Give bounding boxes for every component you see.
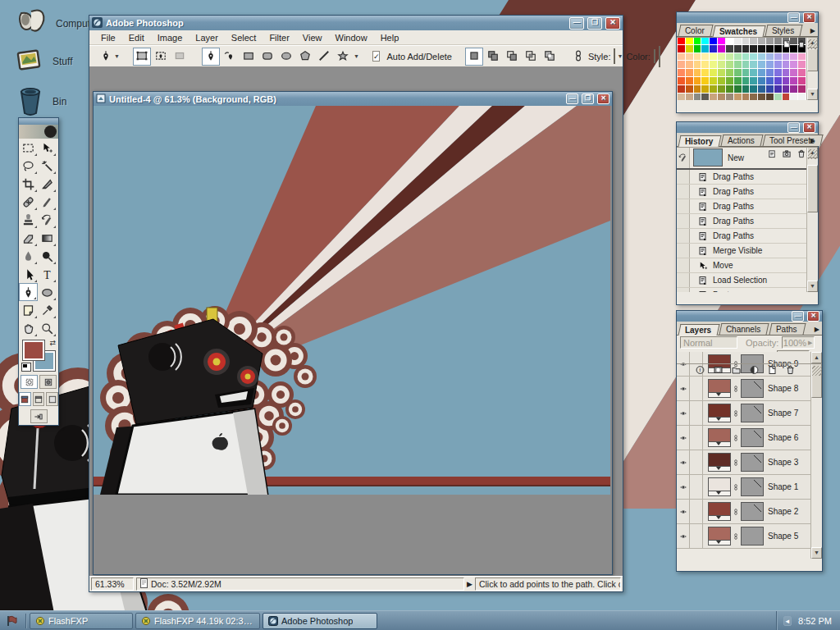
adjustment-layer-button[interactable]: [749, 365, 760, 375]
visibility-toggle[interactable]: [677, 426, 690, 450]
swatch-4-5[interactable]: [718, 69, 726, 77]
delete-layer-button[interactable]: [785, 365, 796, 375]
swatch-5-5[interactable]: [718, 77, 726, 85]
swatch-7-3[interactable]: [701, 94, 710, 100]
swatch-5-8[interactable]: [742, 77, 751, 85]
line-tool-button[interactable]: [315, 48, 333, 66]
swatch-4-15[interactable]: [798, 69, 806, 77]
visibility-toggle[interactable]: [677, 401, 690, 425]
swatch-4-7[interactable]: [734, 69, 742, 77]
auto-add-delete-checkbox[interactable]: ✓: [372, 51, 381, 62]
link-column[interactable]: [690, 401, 703, 425]
hand-tool[interactable]: [19, 319, 38, 337]
menu-window[interactable]: Window: [329, 32, 374, 43]
swatch-6-14[interactable]: [790, 85, 798, 94]
photoshop-titlebar[interactable]: Adobe Photoshop — ❐ ✕: [89, 16, 623, 30]
palette-menu-arrow[interactable]: ▶: [815, 326, 819, 333]
quick-mask-mode-button[interactable]: [39, 375, 57, 389]
swatch-2-3[interactable]: [701, 53, 710, 62]
pen-tool-button[interactable]: [202, 48, 220, 66]
resize-grip[interactable]: [808, 149, 818, 159]
layer-row[interactable]: Shape 1: [677, 475, 811, 500]
taskbar-button-2[interactable]: FlashFXP 44.19k 02:38:...: [135, 613, 260, 629]
opacity-field[interactable]: 100%▶: [782, 336, 815, 349]
swatch-3-15[interactable]: [798, 61, 806, 69]
swatch-5-0[interactable]: [678, 77, 686, 85]
tab-paths[interactable]: Paths: [769, 323, 806, 335]
link-column[interactable]: [690, 475, 703, 499]
history-titlebar[interactable]: — ✕: [677, 122, 818, 133]
history-brush-source-well[interactable]: [677, 199, 690, 213]
swap-colors-icon[interactable]: ⇄: [49, 339, 56, 347]
zoom-level-field[interactable]: 61.33%: [91, 578, 134, 591]
scrollbar[interactable]: ▲ ▼: [806, 147, 818, 292]
tab-channels[interactable]: Channels: [719, 323, 769, 335]
visibility-toggle[interactable]: [677, 450, 690, 474]
swatch-4-4[interactable]: [710, 69, 718, 77]
swatch-3-6[interactable]: [726, 61, 734, 69]
menu-view[interactable]: View: [296, 32, 329, 43]
swatch-3-11[interactable]: [766, 61, 774, 69]
swatch-2-7[interactable]: [734, 53, 742, 62]
resize-grip[interactable]: [808, 39, 818, 49]
link-column[interactable]: [690, 377, 703, 400]
swatch-2-5[interactable]: [718, 53, 726, 62]
style-picker[interactable]: [614, 48, 615, 64]
swatch-3-12[interactable]: [774, 61, 783, 69]
swatch-7-14[interactable]: [790, 94, 798, 100]
swatch-7-2[interactable]: [694, 94, 702, 100]
layer-row[interactable]: Shape 6: [677, 426, 811, 450]
swatch-6-10[interactable]: [758, 85, 766, 94]
swatch-5-3[interactable]: [701, 77, 710, 85]
swatch-3-7[interactable]: [734, 61, 742, 69]
visibility-toggle[interactable]: [677, 500, 690, 523]
history-item[interactable]: Paste: [677, 288, 807, 292]
menu-select[interactable]: Select: [225, 32, 263, 43]
menu-layer[interactable]: Layer: [189, 32, 225, 43]
brush-tool[interactable]: [38, 193, 57, 211]
swatch-2-12[interactable]: [774, 53, 783, 62]
history-brush-tool[interactable]: [38, 211, 57, 229]
swatch-3-3[interactable]: [701, 61, 710, 69]
swatch-3-1[interactable]: [686, 61, 694, 69]
swatch-2-2[interactable]: [694, 53, 702, 62]
rectangular-marquee-tool[interactable]: [19, 139, 38, 157]
visibility-toggle[interactable]: [677, 475, 690, 499]
desktop-icon-computer[interactable]: Computer: [15, 7, 99, 41]
visibility-toggle[interactable]: [677, 377, 690, 400]
swatch-6-15[interactable]: [798, 85, 806, 94]
doc-close-button[interactable]: ✕: [597, 94, 609, 104]
pen-tool[interactable]: [19, 283, 38, 301]
swatch-4-11[interactable]: [766, 69, 774, 77]
history-item[interactable]: Drag Paths: [677, 199, 807, 214]
swatch-5-11[interactable]: [766, 77, 774, 85]
shape-color-swatch[interactable]: [654, 49, 655, 63]
close-button[interactable]: ✕: [803, 12, 815, 23]
history-item[interactable]: Merge Visible: [677, 244, 807, 258]
start-button[interactable]: [7, 615, 18, 627]
new-layer-button[interactable]: [767, 365, 778, 375]
toolbox-titlebar[interactable]: [19, 118, 58, 125]
close-button[interactable]: ✕: [605, 17, 620, 30]
history-brush-source-well[interactable]: [677, 185, 690, 199]
minimize-button[interactable]: —: [792, 311, 804, 322]
new-snapshot-button[interactable]: [782, 149, 792, 158]
swatch-7-5[interactable]: [718, 94, 726, 100]
swatch-3-14[interactable]: [790, 61, 798, 69]
history-brush-source-well[interactable]: [677, 170, 690, 184]
swatch-5-1[interactable]: [686, 77, 694, 85]
swatch-4-13[interactable]: [783, 69, 791, 77]
default-colors-icon[interactable]: [21, 363, 31, 372]
link-column[interactable]: [690, 426, 703, 450]
rectangle-tool-button[interactable]: [240, 48, 258, 66]
swatch-6-11[interactable]: [766, 85, 774, 94]
swatch-4-0[interactable]: [678, 69, 686, 77]
document-titlebar[interactable]: Untitled-4 @ 61.3% (Background, RGB) — ❐…: [94, 92, 612, 106]
standard-screen-mode-button[interactable]: [19, 392, 31, 406]
scroll-down-icon[interactable]: ▼: [807, 89, 818, 100]
type-tool[interactable]: T: [38, 265, 57, 283]
ellipse-tool-button[interactable]: [277, 48, 295, 66]
swatch-6-6[interactable]: [726, 85, 734, 94]
swatch-7-11[interactable]: [766, 94, 774, 100]
fullscreen-with-menubar-mode-button[interactable]: [33, 392, 45, 406]
